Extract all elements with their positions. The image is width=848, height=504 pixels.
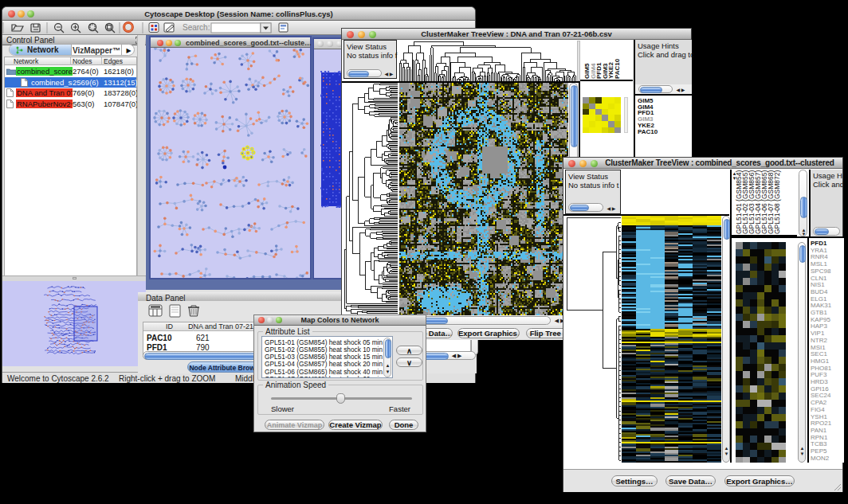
svg-text:Search:: Search: [183, 23, 210, 32]
